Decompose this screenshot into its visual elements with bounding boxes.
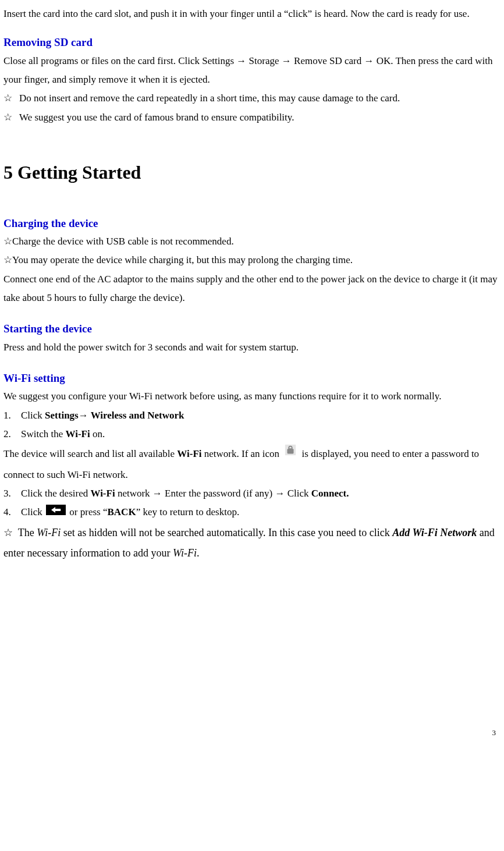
bullet-text: Charge the device with USB cable is not … [12,236,234,247]
page-number: 3 [3,726,498,740]
paragraph: The device will search and list all avai… [3,444,498,484]
step-4: 4.Click or press “BACK” key to return to… [3,503,498,523]
note: ☆ The Wi-Fi set as hidden will not be se… [3,523,498,562]
text: network. If an icon [202,448,282,459]
text-bold: Wi-Fi [90,488,115,499]
step-number: 2. [3,425,21,444]
heading-removing-sd: Removing SD card [3,34,498,51]
bullet-item: ☆Charge the device with USB cable is not… [3,232,498,251]
text: network → Enter the password (if any) → … [115,488,311,499]
chapter-title: 5 Getting Started [3,155,498,190]
bullet-text: Do not insert and remove the card repeat… [19,93,400,104]
svg-rect-1 [288,449,294,453]
star-icon: ☆ [3,254,12,265]
text: on. [90,428,105,439]
text: Click the desired [21,488,90,499]
text: The [18,527,37,538]
text: set as hidden will not be searched autom… [61,527,392,538]
star-icon: ☆ [3,112,12,123]
bullet-text: We suggest you use the card of famous br… [19,112,294,123]
step-1: 1.Click Settings→ Wireless and Network [3,406,498,425]
text-italic: Wi-Fi [37,527,61,538]
star-icon: ☆ [3,236,12,247]
text: ” key to return to desktop. [136,506,240,517]
back-arrow-icon [46,503,66,522]
text-bold: Connect. [311,488,349,499]
text: Click [21,506,45,517]
text-bold: Settings→ Wireless and Network [45,410,184,421]
text: The device will search and list all avai… [3,448,177,459]
text-italic: Wi-Fi [173,547,197,559]
text: Switch the [21,428,66,439]
paragraph: Insert the card into the card slot, and … [3,5,498,23]
heading-charging: Charging the device [3,215,498,232]
paragraph: Press and hold the power switch for 3 se… [3,338,498,357]
bullet-item: ☆Do not insert and remove the card repea… [3,89,498,108]
text-bold: Wi-Fi [177,448,201,459]
step-3: 3.Click the desired Wi-Fi network → Ente… [3,484,498,503]
text: . [197,547,200,559]
step-number: 1. [3,406,21,425]
bullet-item: ☆You may operate the device while chargi… [3,251,498,270]
text: Click [21,410,45,421]
heading-wifi: Wi-Fi setting [3,370,498,387]
text: or press “ [69,506,107,517]
paragraph: Close all programs or files on the card … [3,52,498,90]
step-number: 4. [3,503,21,522]
paragraph: Connect one end of the AC adaptor to the… [3,270,498,308]
step-2: 2.Switch the Wi-Fi on. [3,425,498,444]
paragraph: We suggest you configure your Wi-Fi netw… [3,387,498,406]
step-number: 3. [3,484,21,503]
text-bolditalic: Add Wi-Fi Network [392,527,477,538]
bullet-item: ☆We suggest you use the card of famous b… [3,108,498,127]
text-bold: BACK [108,506,136,517]
lock-icon [284,444,297,463]
text-bold: Wi-Fi [66,428,90,439]
star-icon: ☆ [3,93,12,104]
star-icon: ☆ [3,527,13,538]
heading-starting: Starting the device [3,320,498,338]
bullet-text: You may operate the device while chargin… [12,254,353,265]
